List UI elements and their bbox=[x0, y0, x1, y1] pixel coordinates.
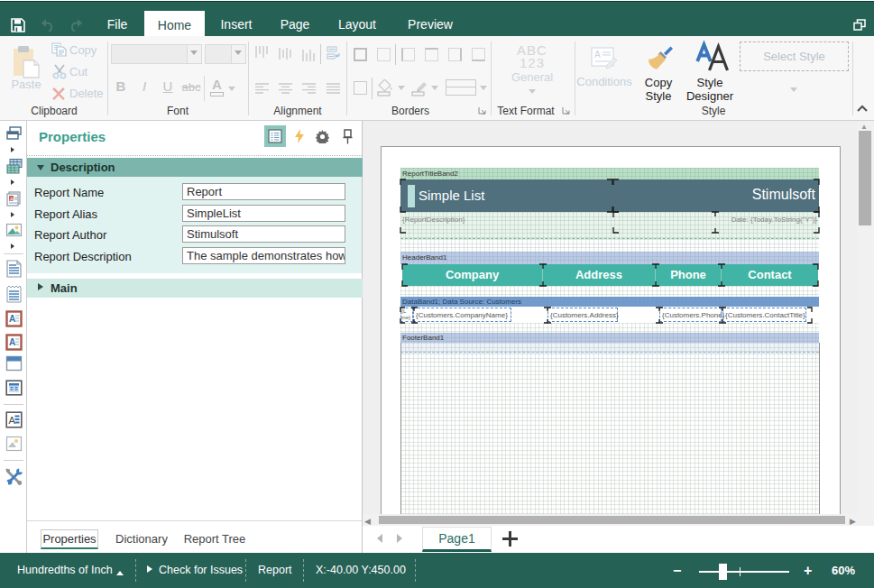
svg-text:A: A bbox=[594, 50, 601, 60]
svg-text:A: A bbox=[8, 415, 15, 426]
svg-text:A: A bbox=[9, 337, 15, 347]
svg-text:A: A bbox=[10, 197, 14, 202]
svg-text:A: A bbox=[9, 314, 15, 324]
